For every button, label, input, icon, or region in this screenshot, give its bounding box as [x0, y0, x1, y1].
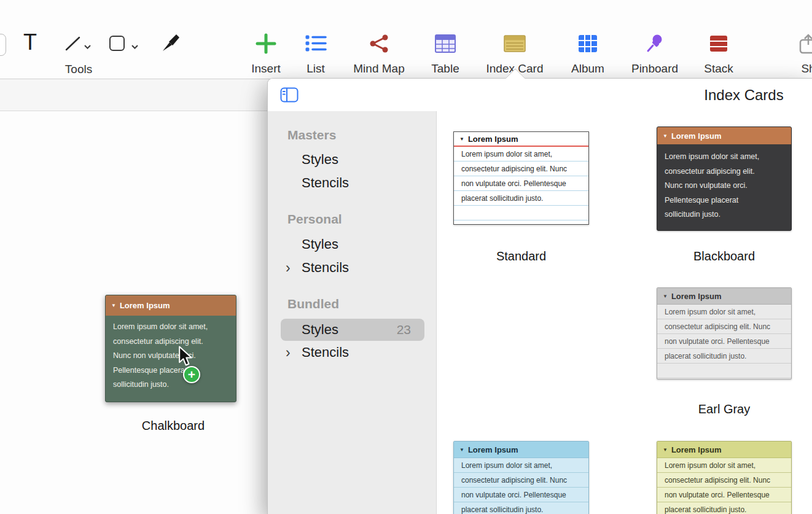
card-body-line: Lorem ipsum dolor sit amet, [657, 150, 791, 165]
disclosure-triangle-icon: ▼ [111, 303, 116, 308]
card-style-name: Blackboard [657, 249, 792, 263]
popover-titlebar: Index Cards [268, 79, 812, 111]
toolbar-button-label: Stack [682, 62, 755, 76]
sidebar-item-masters-styles[interactable]: Styles [302, 152, 338, 168]
sidebar-item-masters-stencils[interactable]: Stencils [302, 175, 349, 191]
disclosure-triangle-icon: ▼ [459, 447, 464, 453]
card-body-line: non vulputate orci. Pellentesque [657, 334, 791, 349]
drag-copy-plus-badge: + [183, 366, 200, 383]
main-toolbar: T Tools [0, 0, 812, 79]
toolbar-button-pinboard[interactable]: Pinboard [618, 29, 692, 76]
card-body-line: Pellentesque placerat [106, 364, 236, 378]
line-tool-chevron-down-icon[interactable] [84, 41, 91, 52]
card-body: Lorem ipsum dolor sit amet, consectetur … [454, 458, 588, 514]
line-tool-button[interactable] [64, 34, 82, 55]
card-styles-gallery: ▼ Lorem Ipsum Lorem ipsum dolor sit amet… [437, 111, 812, 514]
sidebar-section-bundled: Bundled [287, 297, 339, 311]
toolbar-button-label: Table [408, 62, 482, 76]
card-header: ▼ Lorem Ipsum [657, 127, 791, 144]
share-icon [771, 29, 812, 58]
bundled-stencils-disclosure-icon[interactable]: › [286, 346, 291, 360]
text-tool-button[interactable]: T [23, 29, 37, 55]
sidebar-section-personal: Personal [287, 212, 342, 227]
toolbar-button-label: Sh [771, 62, 812, 76]
drag-card-chalkboard[interactable]: ▼ Lorem Ipsum Lorem ipsum dolor sit amet… [105, 295, 236, 402]
sidebar-item-label: Styles [302, 322, 338, 338]
card-body-line: Nunc non vulputate orci. [106, 349, 236, 364]
card-header-text: Lorem Ipsum [468, 445, 518, 454]
line-icon [64, 34, 82, 53]
card-body: Lorem ipsum dolor sit amet, consectetur … [657, 305, 791, 379]
card-header: ▼ Lorem Ipsum [454, 132, 588, 147]
index-cards-popover: Index Cards Masters Styles Stencils Pers… [267, 78, 812, 514]
brush-tool-button[interactable] [161, 33, 181, 55]
card-style-name: Standard [453, 249, 589, 263]
card-body: Lorem ipsum dolor sit amet, consectetur … [657, 458, 791, 514]
brush-icon [161, 33, 181, 53]
card-body-line: Lorem ipsum dolor sit amet, [106, 320, 236, 335]
card-body-line: Pellentesque placerat [657, 193, 791, 208]
card-body-line: placerat sollicitudin justo. [657, 502, 791, 514]
sidebar-item-count-badge: 23 [397, 322, 411, 337]
list-icon [279, 29, 353, 58]
toolbar-button-label: Pinboard [618, 62, 692, 76]
toolbar-edge-button[interactable] [0, 34, 6, 56]
card-body-line: placerat sollicitudin justo. [454, 502, 588, 514]
card-header-text: Lorem Ipsum [468, 134, 518, 144]
card-header-text: Lorem Ipsum [671, 445, 722, 454]
card-body: Lorem ipsum dolor sit amet, consectetur … [454, 147, 588, 223]
card-style-standard[interactable]: ▼ Lorem Ipsum Lorem ipsum dolor sit amet… [453, 131, 589, 225]
sidebar-item-bundled-styles[interactable]: Styles 23 [281, 319, 424, 341]
personal-stencils-disclosure-icon[interactable]: › [286, 261, 291, 275]
toolbar-button-stack[interactable]: Stack [682, 29, 755, 76]
card-style-earl-gray[interactable]: ▼ Lorem Ipsum Lorem ipsum dolor sit amet… [657, 287, 792, 380]
disclosure-triangle-icon: ▼ [663, 294, 668, 299]
card-body: Lorem ipsum dolor sit amet, consectetur … [657, 144, 791, 222]
card-body-line: non vulputate orci. Pellentesque [657, 488, 791, 502]
card-header: ▼ Lorem Ipsum [106, 295, 236, 316]
app-window: T Tools [0, 0, 812, 514]
disclosure-triangle-icon: ▼ [459, 136, 464, 142]
card-header: ▼ Lorem Ipsum [657, 288, 791, 305]
shape-tool-chevron-down-icon[interactable] [131, 41, 138, 52]
drag-card-name-label: Chalkboard [105, 419, 241, 433]
card-style-blackboard[interactable]: ▼ Lorem Ipsum Lorem ipsum dolor sit amet… [657, 127, 792, 231]
sidebar-item-bundled-stencils[interactable]: Stencils [302, 345, 349, 360]
card-body-line: consectetur adipiscing elit. [657, 165, 791, 179]
shape-tool-button[interactable] [109, 36, 125, 51]
toolbar-button-share[interactable]: Sh [771, 29, 812, 76]
toolbar-button-table[interactable]: Table [408, 29, 482, 76]
toolbar-button-label: Mind Map [342, 62, 416, 76]
sidebar-toggle-icon[interactable] [280, 87, 299, 103]
card-style-name: Earl Gray [657, 402, 792, 416]
disclosure-triangle-icon: ▼ [663, 447, 668, 453]
card-body-line: sollicitudin justo. [657, 208, 791, 222]
toolbar-button-album[interactable]: Album [551, 29, 625, 76]
toolbar-button-mind-map[interactable]: Mind Map [342, 29, 416, 76]
card-body-line: Lorem ipsum dolor sit amet, [454, 147, 588, 162]
mind-map-icon [342, 29, 416, 58]
toolbar-button-label: Album [551, 62, 625, 76]
card-body-line: non vulputate orci. Pellentesque [454, 176, 588, 191]
card-header: ▼ Lorem Ipsum [657, 442, 791, 458]
card-body-line: Lorem ipsum dolor sit amet, [657, 458, 791, 473]
card-body-line: placerat sollicitudin justo. [454, 191, 588, 206]
toolbar-button-label: List [279, 62, 353, 76]
stack-icon [682, 29, 755, 58]
card-style-yellow[interactable]: ▼ Lorem Ipsum Lorem ipsum dolor sit amet… [657, 441, 792, 514]
sidebar-item-personal-styles[interactable]: Styles [302, 236, 338, 252]
toolbar-button-list[interactable]: List [279, 29, 353, 76]
sidebar-section-masters: Masters [287, 128, 336, 142]
popover-title: Index Cards [661, 87, 812, 104]
card-body-line: consectetur adipiscing elit. Nunc [657, 319, 791, 334]
card-body-line: Lorem ipsum dolor sit amet, [657, 305, 791, 319]
pinboard-pin-icon [618, 29, 692, 58]
card-style-blue[interactable]: ▼ Lorem Ipsum Lorem ipsum dolor sit amet… [453, 441, 589, 514]
sidebar-item-personal-stencils[interactable]: Stencils [302, 260, 349, 276]
index-card-icon [478, 29, 552, 58]
disclosure-triangle-icon: ▼ [663, 133, 668, 139]
card-body-line: Lorem ipsum dolor sit amet, [454, 458, 588, 473]
card-body-line: sollicitudin justo. [106, 378, 236, 392]
card-body-line: consectetur adipiscing elit. [106, 335, 236, 349]
card-header-text: Lorem Ipsum [671, 131, 722, 141]
